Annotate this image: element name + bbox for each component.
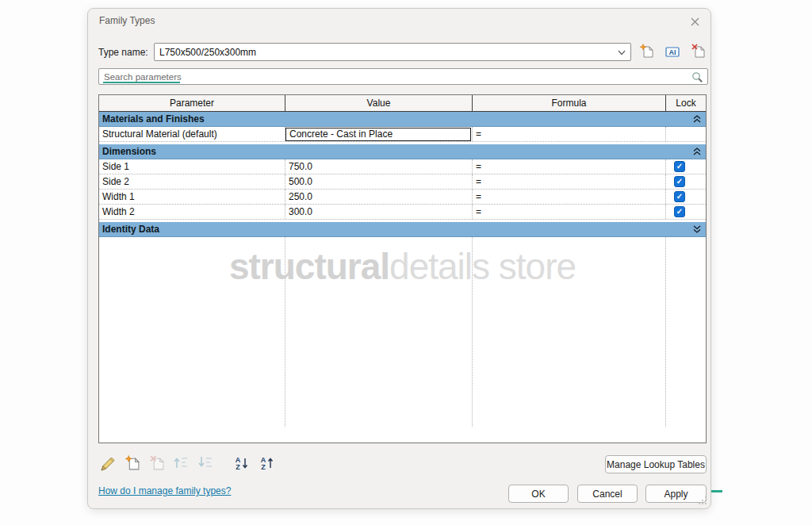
delete-parameter-button[interactable] — [149, 455, 167, 473]
search-icon — [691, 71, 703, 83]
param-lock-cell — [666, 159, 706, 174]
search-underline — [103, 82, 180, 83]
column-divider — [472, 237, 473, 427]
param-lock-cell — [666, 174, 706, 189]
param-value-cell[interactable]: 250.0 — [285, 190, 473, 204]
resize-grip-icon — [698, 496, 707, 505]
search-parameters-field[interactable] — [98, 68, 708, 85]
type-name-combobox[interactable]: L750x500/250x300mm — [154, 43, 631, 61]
section-title: Identity Data — [102, 224, 159, 235]
chevron-double-up-icon — [693, 115, 701, 123]
column-divider — [665, 237, 666, 427]
col-header-parameter: Parameter — [99, 95, 285, 111]
new-parameter-icon — [124, 455, 141, 472]
table-body: Materials and Finishes Structural Materi… — [99, 112, 706, 443]
section-header-identity-data[interactable]: Identity Data — [99, 222, 706, 237]
pencil-icon — [99, 455, 117, 473]
section-title: Dimensions — [102, 146, 156, 157]
svg-text:Z: Z — [236, 463, 240, 471]
svg-text:AI: AI — [669, 48, 676, 56]
sort-ascending-icon: A Z — [234, 455, 250, 471]
svg-text:Z: Z — [261, 463, 266, 471]
section-header-dimensions[interactable]: Dimensions — [99, 144, 706, 159]
delete-parameter-icon — [149, 455, 166, 472]
search-input[interactable] — [99, 69, 707, 84]
close-button[interactable] — [687, 13, 703, 29]
delete-type-button[interactable] — [691, 44, 707, 59]
param-value-cell[interactable]: 750.0 — [285, 159, 473, 174]
param-formula-cell[interactable]: = — [473, 205, 666, 219]
move-parameter-down-button[interactable] — [197, 455, 215, 473]
param-formula-cell[interactable]: = — [473, 159, 666, 174]
sort-descending-button[interactable]: A Z — [259, 455, 277, 473]
param-name-cell: Width 2 — [99, 205, 285, 219]
param-value-cell[interactable]: 300.0 — [285, 205, 473, 219]
chevron-down-icon — [618, 50, 626, 56]
rename-type-button[interactable]: AI — [665, 44, 680, 59]
param-lock-cell — [666, 127, 706, 141]
param-name-cell: Structural Material (default) — [99, 127, 285, 141]
dialog-title: Family Types — [99, 15, 155, 26]
move-up-icon — [173, 455, 189, 469]
col-header-formula: Formula — [473, 95, 666, 111]
sort-ascending-button[interactable]: A Z — [234, 455, 251, 473]
section-header-materials-and-finishes[interactable]: Materials and Finishes — [99, 112, 706, 127]
family-types-dialog: Family Types Type name: L750x500/250x300… — [87, 8, 711, 509]
param-name-cell: Side 1 — [99, 159, 285, 174]
chevron-double-up-icon — [693, 148, 701, 155]
accent-dash — [711, 490, 722, 492]
table-row: Side 1 750.0 = — [99, 159, 706, 174]
dialog-titlebar: Family Types — [88, 9, 710, 33]
param-value-cell[interactable]: Concrete - Cast in Place — [285, 127, 473, 141]
screenshot-page: Family Types Type name: L750x500/250x300… — [0, 0, 812, 525]
new-type-icon — [639, 44, 655, 59]
lock-checkbox[interactable] — [674, 191, 685, 202]
table-header-row: Parameter Value Formula Lock — [99, 95, 706, 112]
lock-checkbox[interactable] — [674, 206, 685, 217]
value-edit-box[interactable]: Concrete - Cast in Place — [285, 128, 471, 141]
move-down-icon — [197, 455, 213, 469]
lock-checkbox[interactable] — [674, 176, 685, 187]
empty-grid-area — [99, 237, 706, 427]
parameters-table: Parameter Value Formula Lock Materials a… — [98, 94, 707, 443]
manage-lookup-tables-button[interactable]: Manage Lookup Tables — [605, 455, 707, 473]
type-name-label: Type name: — [98, 47, 148, 58]
table-row: Width 2 300.0 = — [99, 205, 706, 220]
new-parameter-button[interactable] — [124, 455, 142, 473]
move-parameter-up-button[interactable] — [173, 455, 190, 473]
table-row: Width 1 250.0 = — [99, 190, 706, 205]
chevron-double-down-icon — [693, 225, 701, 233]
lock-checkbox[interactable] — [674, 161, 685, 172]
rename-type-icon: AI — [665, 44, 680, 59]
type-name-value: L750x500/250x300mm — [159, 47, 256, 58]
table-row: Structural Material (default) Concrete -… — [99, 127, 706, 142]
cancel-button[interactable]: Cancel — [577, 485, 638, 503]
param-name-cell: Width 1 — [99, 190, 285, 204]
ok-button[interactable]: OK — [508, 485, 569, 503]
param-formula-cell[interactable]: = — [473, 190, 666, 204]
close-icon — [691, 17, 699, 26]
new-type-button[interactable] — [639, 44, 655, 59]
help-link[interactable]: How do I manage family types? — [98, 485, 231, 496]
param-lock-cell — [666, 205, 706, 219]
param-lock-cell — [666, 190, 706, 204]
sort-descending-icon: A Z — [259, 455, 275, 471]
resize-grip[interactable] — [698, 496, 707, 505]
param-formula-cell[interactable]: = — [473, 127, 666, 141]
col-header-lock: Lock — [666, 95, 706, 111]
edit-parameter-button[interactable] — [99, 455, 117, 473]
param-formula-cell[interactable]: = — [473, 174, 666, 189]
col-header-value: Value — [285, 95, 473, 111]
delete-type-icon — [691, 44, 707, 59]
section-title: Materials and Finishes — [102, 113, 205, 125]
param-name-cell: Side 2 — [99, 174, 285, 189]
param-value-cell[interactable]: 500.0 — [285, 174, 473, 189]
table-row: Side 2 500.0 = — [99, 174, 706, 190]
column-divider — [285, 237, 285, 427]
